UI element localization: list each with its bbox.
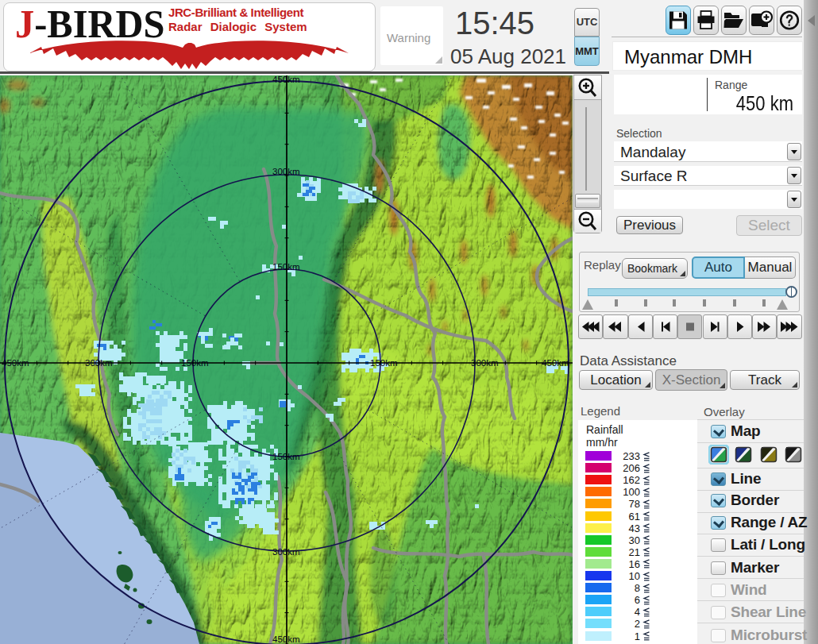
svg-text:150km: 150km <box>272 452 300 461</box>
svg-text:300km: 300km <box>471 358 499 368</box>
svg-text:300km: 300km <box>272 167 300 176</box>
svg-text:450km: 450km <box>2 358 29 368</box>
svg-text:300km: 300km <box>272 547 300 557</box>
svg-text:150km: 150km <box>272 262 300 272</box>
svg-text:150km: 150km <box>370 358 398 368</box>
svg-text:450km: 450km <box>272 634 300 644</box>
svg-text:450km: 450km <box>272 75 300 84</box>
svg-text:150km: 150km <box>181 358 209 368</box>
svg-text:450km: 450km <box>542 358 569 368</box>
svg-text:300km: 300km <box>85 358 113 368</box>
